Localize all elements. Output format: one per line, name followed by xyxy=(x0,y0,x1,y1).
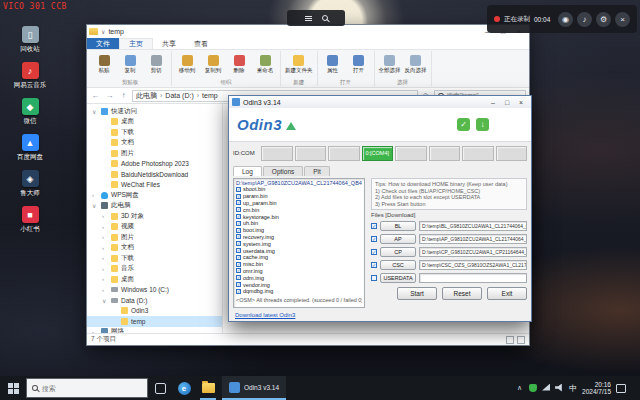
checkbox-checked-icon[interactable] xyxy=(236,241,241,246)
nav-tree-item[interactable]: 3D 对象 xyxy=(87,211,222,222)
close-button[interactable] xyxy=(514,97,528,108)
taskbar-clock[interactable]: 20:16 2024/7/15 xyxy=(582,381,611,396)
slot-button[interactable]: USERDATA xyxy=(380,273,416,283)
slot-path-field[interactable]: D:\temp\CP_G9810ZCU2AWA1_CP21164644_CL21… xyxy=(419,247,527,257)
camera-icon[interactable] xyxy=(558,12,573,27)
exit-button[interactable]: Exit xyxy=(487,287,527,300)
desktop-icon[interactable]: ■ 小红书 xyxy=(4,206,56,232)
nav-tree-item[interactable]: 图片 xyxy=(87,148,222,159)
nav-tree-item[interactable]: BaiduNetdiskDownload xyxy=(87,169,222,180)
tree-caret-icon[interactable] xyxy=(102,224,108,230)
slot-path-field[interactable] xyxy=(419,273,527,283)
nav-tree-item[interactable]: WeChat Files xyxy=(87,180,222,191)
chevron-down-icon[interactable]: ∨ xyxy=(101,28,105,35)
file-menu-tab[interactable]: 文件 xyxy=(87,38,119,49)
nav-tree-item[interactable]: 图片 xyxy=(87,232,222,243)
nav-tree-item[interactable]: 音乐 xyxy=(87,264,222,275)
checkbox-checked-icon[interactable] xyxy=(236,187,241,192)
checkbox-checked-icon[interactable] xyxy=(236,289,241,294)
checkbox-checked-icon[interactable] xyxy=(236,234,241,239)
up-icon[interactable]: ↑ xyxy=(118,91,129,100)
odin-tab[interactable]: Options xyxy=(263,166,303,176)
nav-tree-item[interactable]: WPS网盘 xyxy=(87,190,222,201)
nav-tree-item[interactable]: temp xyxy=(87,316,222,327)
volume-icon[interactable] xyxy=(555,384,564,392)
tree-caret-icon[interactable] xyxy=(102,287,108,293)
task-view-button[interactable] xyxy=(148,376,172,400)
nav-tree-item[interactable]: 桌面 xyxy=(87,117,222,128)
odin-tab[interactable]: Log xyxy=(233,166,262,176)
nav-tree-item[interactable]: Windows 10 (C:) xyxy=(87,285,222,296)
ribbon-button[interactable]: 属性 xyxy=(320,55,346,74)
breadcrumb-item[interactable]: Data (D:) xyxy=(165,92,193,99)
nav-tree-item[interactable]: 桌面 xyxy=(87,274,222,285)
back-icon[interactable]: ← xyxy=(90,91,101,100)
checkbox-checked-icon[interactable] xyxy=(236,255,241,260)
nav-tree-item[interactable]: 文档 xyxy=(87,138,222,149)
odin-download-link[interactable]: Download latest Odin3 xyxy=(235,312,295,318)
network-icon[interactable] xyxy=(542,384,550,391)
floating-capture-toolbar[interactable] xyxy=(287,10,345,26)
tree-caret-icon[interactable] xyxy=(92,192,98,198)
close-icon[interactable] xyxy=(615,12,630,27)
ribbon-button[interactable]: 复制到 xyxy=(200,55,226,74)
checkbox-checked-icon[interactable] xyxy=(236,262,241,267)
tree-caret-icon[interactable] xyxy=(92,202,98,209)
slot-path-field[interactable]: D:\temp\CSC_OZS_G9810OZS2AWA1_CL21744064… xyxy=(419,260,527,270)
desktop-icon[interactable]: ▯ 回收站 xyxy=(4,26,56,52)
slot-checkbox[interactable] xyxy=(371,249,377,255)
ribbon-tab[interactable]: 主页 xyxy=(119,38,153,49)
nav-tree-item[interactable]: 文档 xyxy=(87,243,222,254)
desktop-icon[interactable]: ◈ 鲁大师 xyxy=(4,170,56,196)
tree-caret-icon[interactable] xyxy=(102,234,108,240)
slot-path-field[interactable]: D:\temp\BL_G9810ZCU2AWA1_CL21744064_QB48… xyxy=(419,221,527,231)
taskbar-search-input[interactable] xyxy=(42,385,142,392)
checkbox-checked-icon[interactable] xyxy=(236,194,241,199)
slot-checkbox[interactable] xyxy=(371,223,377,229)
ribbon-button[interactable]: 删除 xyxy=(226,55,252,74)
details-view-icon[interactable] xyxy=(506,336,514,344)
checkbox-checked-icon[interactable] xyxy=(236,275,241,280)
ribbon-button[interactable]: 复制 xyxy=(117,55,143,74)
microphone-icon[interactable] xyxy=(577,12,592,27)
checkbox-checked-icon[interactable] xyxy=(236,200,241,205)
taskbar-search[interactable] xyxy=(26,378,148,398)
ribbon-tab[interactable]: 共享 xyxy=(153,38,185,49)
desktop-icon[interactable]: ♪ 网易云音乐 xyxy=(4,62,56,88)
odin-tab[interactable]: Pit xyxy=(304,166,330,176)
nav-tree-item[interactable]: 下载 xyxy=(87,253,222,264)
slot-path-field[interactable]: D:\temp\AP_G9810ZCU2AWA1_CL21744064_QB48… xyxy=(419,234,527,244)
ribbon-button[interactable]: 重命名 xyxy=(252,55,278,74)
settings-icon[interactable] xyxy=(596,12,611,27)
checkbox-checked-icon[interactable] xyxy=(236,221,241,226)
thumbnail-view-icon[interactable] xyxy=(517,336,525,344)
nav-tree-item[interactable]: Adobe Photoshop 2023 xyxy=(87,159,222,170)
shield-icon[interactable] xyxy=(529,384,537,392)
explorer-titlebar[interactable]: ∨ temp xyxy=(87,25,529,38)
tree-caret-icon[interactable] xyxy=(102,266,108,272)
ribbon-button[interactable]: 全部选择 xyxy=(377,55,403,74)
search-icon[interactable] xyxy=(322,15,328,21)
log-panel[interactable]: D:\temp\AP_G9810ZCU2AWA1_CL21744064_QB48… xyxy=(233,178,365,308)
reset-button[interactable]: Reset xyxy=(442,287,482,300)
chevron-up-icon[interactable] xyxy=(515,384,524,393)
breadcrumb-item[interactable]: temp xyxy=(202,92,218,99)
slot-button[interactable]: CP xyxy=(380,247,416,257)
desktop-icon[interactable]: ▲ 百度网盘 xyxy=(4,134,56,160)
nav-tree-item[interactable]: 下载 xyxy=(87,127,222,138)
slot-button[interactable]: AP xyxy=(380,234,416,244)
checkbox-checked-icon[interactable] xyxy=(236,282,241,287)
maximize-button[interactable] xyxy=(500,97,514,108)
file-explorer-icon[interactable] xyxy=(196,376,220,400)
slot-button[interactable]: CSC xyxy=(380,260,416,270)
minimize-button[interactable] xyxy=(486,97,500,108)
nav-tree-item[interactable]: 快速访问 xyxy=(87,106,222,117)
odin-titlebar[interactable]: Odin3 v3.14 xyxy=(229,96,531,108)
start-button[interactable] xyxy=(0,376,26,400)
ribbon-button[interactable]: 粘贴 xyxy=(91,55,117,74)
menu-icon[interactable] xyxy=(305,18,312,19)
ribbon-button[interactable]: 剪切 xyxy=(143,55,169,74)
desktop-icon[interactable]: ◆ 微信 xyxy=(4,98,56,124)
slot-button[interactable]: BL xyxy=(380,221,416,231)
input-method-indicator[interactable]: 中 xyxy=(569,383,577,394)
